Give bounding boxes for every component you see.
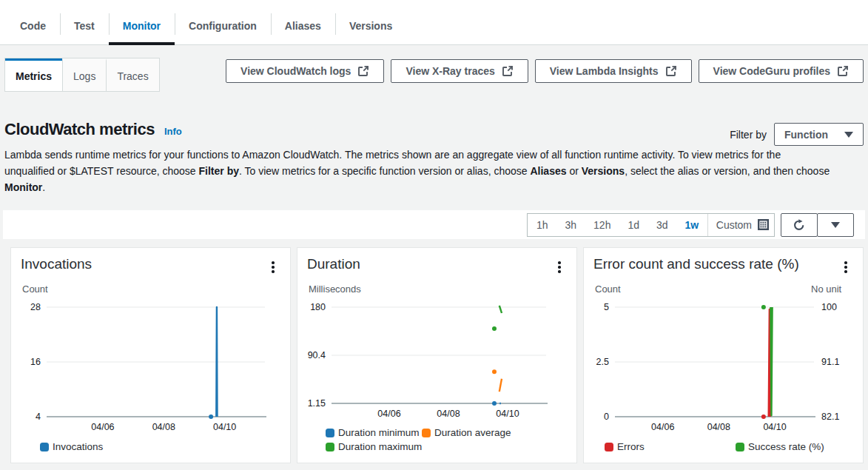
tab-test[interactable]: Test: [60, 7, 109, 44]
chart-legend: Duration minimumDuration averageDuration…: [297, 426, 576, 454]
legend-item[interactable]: Duration maximum: [326, 440, 576, 454]
external-link-icon: [665, 65, 677, 77]
time-range-1d[interactable]: 1d: [619, 214, 648, 236]
button-label: View CloudWatch logs: [240, 65, 351, 77]
view-lambda-insights-button[interactable]: View Lambda Insights: [535, 59, 692, 83]
chart-menu-kebab-icon[interactable]: [551, 259, 568, 275]
legend-item[interactable]: Success rate (%): [736, 440, 863, 454]
view-x-ray-traces-button[interactable]: View X-Ray traces: [391, 59, 528, 83]
button-label: View Lambda Insights: [550, 65, 659, 77]
series-point: [492, 326, 497, 331]
chart-card-header: Error count and success rate (%): [584, 248, 863, 275]
tabs-nav: CodeTestMonitorConfigurationAliasesVersi…: [0, 0, 868, 44]
y-axis-tick-label: 2.5: [596, 357, 609, 367]
refresh-button-group: [781, 213, 854, 237]
series-point: [209, 414, 213, 419]
chart-title: Error count and success rate (%): [593, 256, 799, 272]
external-link-icon: [357, 65, 369, 77]
right-axis-unit-label: No unit: [811, 283, 842, 295]
legend-swatch-icon: [736, 443, 744, 451]
series-line: [769, 309, 770, 417]
legend-item[interactable]: Errors: [605, 440, 736, 454]
right-y-axis-tick-label: 82.1: [821, 412, 839, 422]
description-text-run: or: [567, 165, 582, 177]
legend-item[interactable]: Duration average: [422, 426, 576, 440]
filter-by-label: Filter by: [730, 129, 767, 141]
refresh-options-button[interactable]: [817, 213, 854, 237]
time-range-3d[interactable]: 3d: [648, 214, 677, 236]
legend-label: Errors: [617, 440, 645, 454]
legend-item[interactable]: Invocations: [40, 440, 290, 454]
series-point: [492, 401, 497, 406]
chart-card-3: Error count and success rate (%)ErrorsSu…: [583, 247, 864, 463]
time-range-12h[interactable]: 12h: [585, 214, 619, 236]
legend-label: Duration average: [434, 426, 511, 440]
monitor-toolbar-row: MetricsLogsTraces View CloudWatch logsVi…: [4, 58, 864, 92]
series-line: [499, 379, 502, 392]
description-text-run: Filter by: [199, 165, 239, 177]
subtab-metrics[interactable]: Metrics: [5, 58, 62, 91]
tab-monitor[interactable]: Monitor: [109, 7, 175, 44]
chart-controls-band: 1h3h12h1d3d1wCustom: [3, 210, 865, 239]
time-range-1h[interactable]: 1h: [528, 214, 556, 236]
view-codeguru-profiles-button[interactable]: View CodeGuru profiles: [699, 59, 864, 83]
left-axis-unit-label: Count: [22, 283, 48, 295]
legend-swatch-icon: [605, 443, 613, 451]
x-axis-tick-label: 04/10: [763, 422, 786, 432]
filter-by-value: Function: [784, 129, 828, 141]
page-title: CloudWatch metrics: [4, 119, 155, 139]
legend-swatch-icon: [326, 429, 334, 437]
y-axis-tick-label: 90.4: [308, 350, 326, 360]
x-axis-tick-label: 04/06: [651, 422, 674, 432]
series-line: [216, 307, 217, 417]
time-range-selector: 1h3h12h1d3d1wCustom: [527, 213, 775, 237]
metrics-logs-traces-tabs: MetricsLogsTraces: [4, 58, 160, 92]
legend-swatch-icon: [422, 429, 431, 437]
chart-card-1: InvocationsInvocationsCount2816404/0604/…: [10, 247, 291, 463]
legend-label: Duration maximum: [338, 440, 422, 454]
legend-swatch-icon: [326, 443, 334, 451]
legend-item[interactable]: Duration minimum: [326, 426, 422, 440]
tab-versions[interactable]: Versions: [335, 7, 406, 44]
chart-legend-row: Duration minimumDuration average: [326, 426, 576, 440]
view-cloudwatch-logs-button[interactable]: View CloudWatch logs: [226, 59, 384, 83]
chart-legend-row: Duration maximum: [326, 440, 576, 454]
time-range-3h[interactable]: 3h: [556, 214, 585, 236]
description-text-run: Versions: [582, 165, 625, 177]
info-link[interactable]: Info: [164, 126, 182, 137]
filter-by-dropdown[interactable]: Function: [774, 123, 864, 146]
description-text-run: .: [42, 181, 45, 193]
chart-menu-kebab-icon[interactable]: [265, 259, 281, 275]
left-axis-unit-label: Milliseconds: [309, 283, 361, 295]
external-link-icon: [502, 65, 514, 77]
tab-configuration[interactable]: Configuration: [175, 7, 271, 44]
description-text-run: Monitor: [4, 181, 42, 193]
series-point: [492, 369, 497, 374]
external-link-icon: [837, 65, 849, 77]
chart-menu-kebab-icon[interactable]: [838, 259, 854, 275]
x-axis-tick-label: 04/08: [707, 422, 730, 432]
refresh-icon: [793, 218, 806, 232]
series-point: [761, 305, 766, 309]
metrics-charts-grid: InvocationsInvocationsCount2816404/0604/…: [10, 247, 864, 463]
chart-plot-area: Count2816404/0604/0804/10: [11, 248, 290, 463]
x-axis-tick-label: 04/10: [496, 409, 519, 419]
tab-aliases[interactable]: Aliases: [271, 7, 335, 44]
right-y-axis-tick-label: 91.1: [821, 357, 839, 367]
tab-code[interactable]: Code: [6, 7, 60, 44]
subtab-logs[interactable]: Logs: [62, 58, 106, 91]
subtab-traces[interactable]: Traces: [106, 58, 158, 91]
series-point: [761, 414, 766, 419]
refresh-button[interactable]: [781, 213, 818, 237]
chart-card-header: Duration: [297, 248, 576, 275]
chart-legend: Invocations: [11, 440, 290, 454]
time-range-custom[interactable]: Custom: [708, 219, 774, 231]
time-range-1w[interactable]: 1w: [676, 214, 707, 236]
chart-legend-row: ErrorsSuccess rate (%): [605, 440, 863, 454]
chart-card-2: DurationDuration minimumDuration average…: [297, 247, 577, 463]
chart-title: Invocations: [21, 256, 92, 272]
y-axis-tick-label: 1.15: [308, 398, 326, 409]
x-axis-tick-label: 04/08: [437, 409, 460, 419]
description-text-run: . To view metrics for a specific functio…: [239, 165, 530, 177]
x-axis-tick-label: 04/06: [377, 409, 400, 419]
